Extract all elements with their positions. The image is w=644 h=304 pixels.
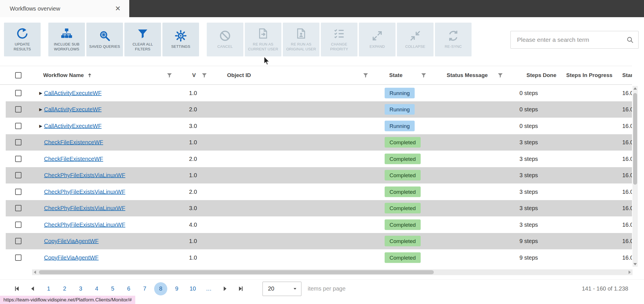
scroll-left-icon[interactable] <box>34 271 36 274</box>
search-input[interactable] <box>517 36 626 43</box>
settings-button[interactable]: SETTINGS <box>162 23 199 56</box>
page-button-7[interactable]: 7 <box>138 282 151 295</box>
clear-all-filters-button[interactable]: CLEAR ALL FILTERS <box>124 23 161 56</box>
search-icon[interactable] <box>626 36 634 44</box>
workflow-name-link[interactable]: CopyFileViaAgentWF <box>44 238 99 244</box>
scroll-up-icon[interactable] <box>633 87 637 90</box>
filter-object-id-icon[interactable] <box>363 72 369 78</box>
filter-version-icon[interactable] <box>201 72 207 78</box>
expand-row-icon[interactable]: ▶ <box>39 91 42 95</box>
rerun-as-original-user-button[interactable]: RE RUN AS ORIGINAL USER <box>283 23 319 56</box>
row-checkbox[interactable] <box>15 90 21 96</box>
page-button-3[interactable]: 3 <box>74 282 87 295</box>
row-checkbox[interactable] <box>15 189 21 195</box>
state-badge: Completed <box>385 236 421 246</box>
col-status-message[interactable]: Status Message <box>447 72 488 78</box>
expand-row-icon[interactable]: ▶ <box>39 107 42 112</box>
workflow-name-link[interactable]: CheckPhyFileExistsViaLinuxWF <box>44 205 125 212</box>
row-checkbox[interactable] <box>15 222 21 228</box>
vertical-scrollbar-thumb[interactable] <box>633 93 637 185</box>
first-page-button[interactable] <box>9 282 25 295</box>
col-steps-in-progress[interactable]: Steps In Progress <box>566 72 613 78</box>
start-time-cell: 16.02 <box>622 90 632 96</box>
collapse-icon <box>409 30 421 42</box>
page-button-2[interactable]: 2 <box>58 282 71 295</box>
scroll-right-icon[interactable] <box>629 271 631 274</box>
page-button-1[interactable]: 1 <box>42 282 55 295</box>
steps-done-cell: 3 steps <box>475 221 538 228</box>
page-button-10[interactable]: 10 <box>186 282 199 295</box>
sort-ascending-icon[interactable] <box>87 72 93 78</box>
start-time-cell: 16.02 <box>622 155 632 162</box>
row-checkbox[interactable] <box>15 205 21 211</box>
col-start-time[interactable]: Start Time <box>622 72 632 78</box>
table-body: ▶CallActivityExecuteWF1.0Running0 steps1… <box>6 85 632 266</box>
table-header: Workflow Name V Object ID State Status M… <box>0 66 632 85</box>
workflow-name-link[interactable]: CheckPhyFileExistsViaLinuxWF <box>44 188 125 195</box>
col-workflow-name[interactable]: Workflow Name <box>43 72 93 78</box>
tab-workflows-overview[interactable]: Workflows overview ✕ <box>0 0 129 17</box>
page-button-8[interactable]: 8 <box>154 282 167 295</box>
row-checkbox[interactable] <box>15 238 21 244</box>
workflow-name-link[interactable]: CopyFileViaAgentWF <box>44 254 99 261</box>
horizontal-scrollbar[interactable] <box>32 269 633 275</box>
version-cell: 2.0 <box>189 106 197 113</box>
workflow-name-link[interactable]: CallActivityExecuteWF <box>44 106 102 113</box>
filter-workflow-name-icon[interactable] <box>166 72 172 78</box>
select-all-checkbox[interactable] <box>15 72 21 78</box>
expand-button[interactable]: EXPAND <box>359 23 395 56</box>
rerun-as-current-user-button[interactable]: RE RUN AS CURRENT USER <box>245 23 281 56</box>
row-checkbox[interactable] <box>15 139 21 145</box>
doc-user-icon <box>295 27 307 40</box>
dropdown-caret-icon <box>292 286 298 291</box>
state-badge: Running <box>385 88 415 98</box>
expand-row-icon[interactable]: ▶ <box>39 124 42 128</box>
steps-done-cell: 9 steps <box>475 254 538 261</box>
tab-close-icon[interactable]: ✕ <box>115 5 121 12</box>
workflow-name-link[interactable]: CheckPhyFileExistsViaLinuxWF <box>44 221 125 228</box>
workflow-name-link[interactable]: CheckPhyFileExistsViaLinuxWF <box>44 172 125 179</box>
page-size-select[interactable]: 20 <box>263 282 301 296</box>
vertical-scrollbar[interactable] <box>633 86 638 267</box>
col-object-id[interactable]: Object ID <box>227 72 251 78</box>
col-state[interactable]: State <box>389 72 402 78</box>
page-button-5[interactable]: 5 <box>106 282 119 295</box>
workflow-name-link[interactable]: CallActivityExecuteWF <box>44 123 102 129</box>
workflow-name-link[interactable]: CallActivityExecuteWF <box>44 90 102 96</box>
start-time-cell: 16.02 <box>622 139 632 146</box>
update-results-button[interactable]: UPDATE RESULTS <box>4 23 41 56</box>
page-button-6[interactable]: 6 <box>122 282 135 295</box>
row-checkbox[interactable] <box>15 156 21 162</box>
table-row: CheckPhyFileExistsViaLinuxWF3.0Completed… <box>6 200 632 217</box>
page-size-value: 20 <box>268 285 274 292</box>
next-page-button[interactable] <box>217 282 233 295</box>
workflow-name-link[interactable]: CheckFileExistenceWF <box>44 155 103 162</box>
sync-icon <box>447 30 459 42</box>
state-badge: Completed <box>385 170 421 181</box>
toolbar-button-label: CLEAR ALL FILTERS <box>126 42 159 52</box>
change-priority-button[interactable]: CHANGE PRIORITY <box>321 23 357 56</box>
page-button-4[interactable]: 4 <box>90 282 103 295</box>
col-version[interactable]: V <box>192 72 196 78</box>
horizontal-scrollbar-thumb[interactable] <box>39 270 434 274</box>
row-checkbox[interactable] <box>15 172 21 178</box>
include-sub-workflows-button[interactable]: INCLUDE SUB WORKFLOWS <box>48 23 85 56</box>
page-button-9[interactable]: 9 <box>170 282 183 295</box>
previous-page-button[interactable] <box>25 282 41 295</box>
table-row: CheckFileExistenceWF2.0Completed3 steps1… <box>6 151 632 167</box>
workflow-name-link[interactable]: CheckFileExistenceWF <box>44 139 103 146</box>
saved-queries-button[interactable]: SAVED QUERIES <box>86 23 123 56</box>
row-checkbox[interactable] <box>15 106 21 112</box>
state-badge: Running <box>385 104 415 115</box>
filter-status-message-icon[interactable] <box>497 72 503 78</box>
cancel-button[interactable]: CANCEL <box>207 23 243 56</box>
row-checkbox[interactable] <box>15 254 21 261</box>
collapse-button[interactable]: COLLAPSE <box>397 23 434 56</box>
col-steps-done[interactable]: Steps Done <box>526 72 556 78</box>
last-page-button[interactable] <box>233 282 249 295</box>
re-sync-button[interactable]: RE-SYNC <box>435 23 472 56</box>
filter-state-icon[interactable] <box>421 72 427 78</box>
row-checkbox[interactable] <box>15 123 21 129</box>
scroll-down-icon[interactable] <box>633 263 637 265</box>
block-icon <box>219 30 231 42</box>
